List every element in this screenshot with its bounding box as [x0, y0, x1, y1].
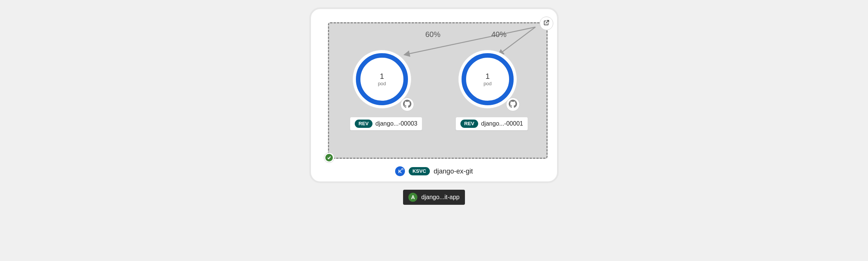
revision-node-1[interactable]: 1 pod REV django...-00001 — [456, 50, 520, 130]
rev-badge-0: REV — [355, 120, 372, 128]
source-badge-1[interactable] — [506, 98, 520, 111]
knative-service-card[interactable]: 60% 40% 1 pod REV djang — [309, 8, 559, 183]
pod-word-1: pod — [483, 81, 492, 86]
revision-label-1[interactable]: REV django...-00001 — [456, 117, 528, 130]
rev-badge-1: REV — [460, 120, 478, 128]
revisions-group: 60% 40% 1 pod REV djang — [328, 22, 548, 159]
external-link-icon — [543, 19, 550, 28]
revision-node-0[interactable]: 1 pod REV django...-00003 — [350, 50, 414, 130]
traffic-percent-0: 60% — [425, 30, 440, 39]
pod-count-0: 1 — [380, 72, 384, 80]
pod-donut-0[interactable]: 1 pod — [352, 50, 411, 109]
ksvc-name: django-ex-git — [434, 167, 473, 175]
application-badge: A — [408, 193, 417, 202]
ksvc-label-row[interactable]: Kn KSVC django-ex-git — [311, 166, 557, 176]
application-chip[interactable]: A django...it-app — [403, 190, 465, 205]
github-icon — [403, 100, 411, 109]
pod-count-1: 1 — [485, 72, 489, 80]
application-name: django...it-app — [421, 194, 459, 201]
pod-donut-1[interactable]: 1 pod — [458, 50, 517, 109]
check-icon — [325, 154, 333, 161]
revision-label-0[interactable]: REV django...-00003 — [350, 117, 422, 130]
open-url-button[interactable] — [540, 17, 553, 30]
ksvc-badge: KSVC — [409, 167, 430, 175]
status-indicator — [324, 152, 334, 163]
pod-word-0: pod — [378, 81, 386, 86]
knative-icon: Kn — [395, 166, 405, 176]
rev-name-1: django...-00001 — [481, 120, 523, 127]
github-icon — [509, 100, 517, 109]
traffic-percent-1: 40% — [491, 30, 506, 39]
rev-name-0: django...-00003 — [376, 120, 417, 127]
source-badge-0[interactable] — [400, 98, 414, 111]
